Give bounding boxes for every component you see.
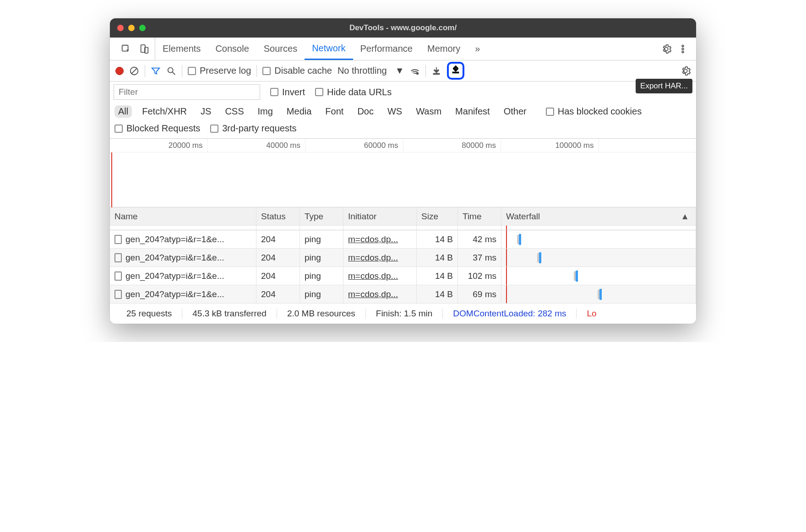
request-name: gen_204?atyp=i&r=1&e... [125,253,224,263]
search-icon[interactable] [166,66,176,76]
export-har-highlight [447,62,464,80]
clear-icon[interactable] [129,66,139,76]
sb-transferred: 45.3 kB transferred [182,309,277,319]
table-row-cut [110,226,696,230]
network-settings-gear-icon[interactable] [681,66,691,76]
type-filter-all[interactable]: All [114,105,132,118]
request-time: 102 ms [458,267,501,285]
inspect-element-icon[interactable] [121,44,131,54]
tab-performance[interactable]: Performance [353,38,420,60]
table-row[interactable]: gen_204?atyp=i&r=1&e... 204 ping m=cdos,… [110,230,696,249]
blocked-requests-checkbox[interactable]: Blocked Requests [114,123,200,134]
file-icon [114,290,122,299]
type-filter-wasm[interactable]: Wasm [412,105,445,118]
sb-load: Lo [577,309,606,319]
types-row: AllFetch/XHRJSCSSImgMediaFontDocWSWasmMa… [110,103,696,120]
request-initiator[interactable]: m=cdos,dp... [343,249,417,266]
more-vertical-icon[interactable] [678,44,688,54]
request-time: 42 ms [458,230,501,248]
type-filter-other[interactable]: Other [500,105,530,118]
file-icon [114,271,122,281]
requests-table: Name Status Type Initiator Size Time Wat… [110,207,696,304]
request-name: gen_204?atyp=i&r=1&e... [125,271,224,281]
tabs-overflow-icon[interactable]: » [468,38,487,60]
table-header[interactable]: Name Status Type Initiator Size Time Wat… [110,207,696,226]
type-filter-fetchxhr[interactable]: Fetch/XHR [138,105,191,118]
request-status: 204 [256,249,300,266]
file-icon [114,235,122,244]
throttling-select[interactable]: No throttling▼ [338,65,404,76]
chevron-down-icon: ▼ [395,65,404,76]
table-row[interactable]: gen_204?atyp=i&r=1&e... 204 ping m=cdos,… [110,267,696,285]
table-row[interactable]: gen_204?atyp=i&r=1&e... 204 ping m=cdos,… [110,249,696,267]
svg-point-8 [168,67,173,72]
minimize-window-icon[interactable] [128,25,135,31]
tab-network[interactable]: Network [305,38,353,60]
col-size[interactable]: Size [417,207,458,225]
disable-cache-checkbox[interactable]: Disable cache [262,65,332,76]
disable-cache-label: Disable cache [274,65,332,76]
col-waterfall[interactable]: Waterfall▲ [501,207,696,225]
tab-elements[interactable]: Elements [155,38,208,60]
col-status[interactable]: Status [256,207,300,225]
request-size: 14 B [417,285,458,303]
titlebar: DevTools - www.google.com/ [110,18,696,38]
device-toolbar-icon[interactable] [139,44,149,54]
col-initiator[interactable]: Initiator [343,207,417,225]
export-har-icon[interactable] [451,65,461,75]
timeline-overview[interactable]: 20000 ms40000 ms60000 ms80000 ms100000 m… [110,139,696,207]
request-name: gen_204?atyp=i&r=1&e... [125,234,224,244]
tabs-bar: ElementsConsoleSourcesNetworkPerformance… [110,38,696,60]
type-filter-css[interactable]: CSS [221,105,247,118]
tab-memory[interactable]: Memory [420,38,468,60]
hide-data-urls-checkbox[interactable]: Hide data URLs [315,87,392,98]
type-filter-img[interactable]: Img [254,105,277,118]
filter-input[interactable] [114,84,260,100]
request-waterfall [501,230,696,248]
hide-data-urls-label: Hide data URLs [327,87,392,98]
network-conditions-icon[interactable] [410,66,420,76]
sort-asc-icon: ▲ [681,212,689,222]
blocked-requests-label: Blocked Requests [126,123,200,134]
col-name[interactable]: Name [110,207,256,225]
request-initiator[interactable]: m=cdos,dp... [343,285,417,303]
timeline-tick: 100000 ms [501,139,599,152]
svg-line-9 [173,72,175,75]
preserve-log-checkbox[interactable]: Preserve log [188,65,251,76]
request-type: ping [300,285,343,303]
filter-icon[interactable] [151,66,161,76]
request-status: 204 [256,230,300,248]
col-type[interactable]: Type [300,207,343,225]
request-initiator[interactable]: m=cdos,dp... [343,230,417,248]
type-filter-doc[interactable]: Doc [354,105,377,118]
timeline-tick: 60000 ms [305,139,403,152]
import-har-icon[interactable] [431,66,441,76]
type-filter-manifest[interactable]: Manifest [452,105,494,118]
request-type: ping [300,230,343,248]
export-har-tooltip: Export HAR... [636,79,692,93]
close-window-icon[interactable] [117,25,124,31]
type-filter-js[interactable]: JS [197,105,215,118]
third-party-checkbox[interactable]: 3rd-party requests [210,123,296,134]
col-time[interactable]: Time [458,207,501,225]
has-blocked-cookies-checkbox[interactable]: Has blocked cookies [546,106,642,117]
third-party-label: 3rd-party requests [222,123,296,134]
settings-gear-icon[interactable] [661,44,671,54]
svg-point-4 [682,48,684,50]
request-waterfall [501,249,696,266]
type-filter-media[interactable]: Media [283,105,315,118]
tab-console[interactable]: Console [208,38,256,60]
status-bar: 25 requests 45.3 kB transferred 2.0 MB r… [110,304,696,324]
invert-checkbox[interactable]: Invert [270,87,305,98]
request-time: 69 ms [458,285,501,303]
request-initiator[interactable]: m=cdos,dp... [343,267,417,285]
record-icon[interactable] [115,67,124,75]
request-size: 14 B [417,230,458,248]
preserve-log-label: Preserve log [200,65,251,76]
maximize-window-icon[interactable] [139,25,146,31]
table-row[interactable]: gen_204?atyp=i&r=1&e... 204 ping m=cdos,… [110,285,696,304]
request-size: 14 B [417,249,458,266]
type-filter-font[interactable]: Font [321,105,347,118]
type-filter-ws[interactable]: WS [384,105,406,118]
tab-sources[interactable]: Sources [256,38,305,60]
